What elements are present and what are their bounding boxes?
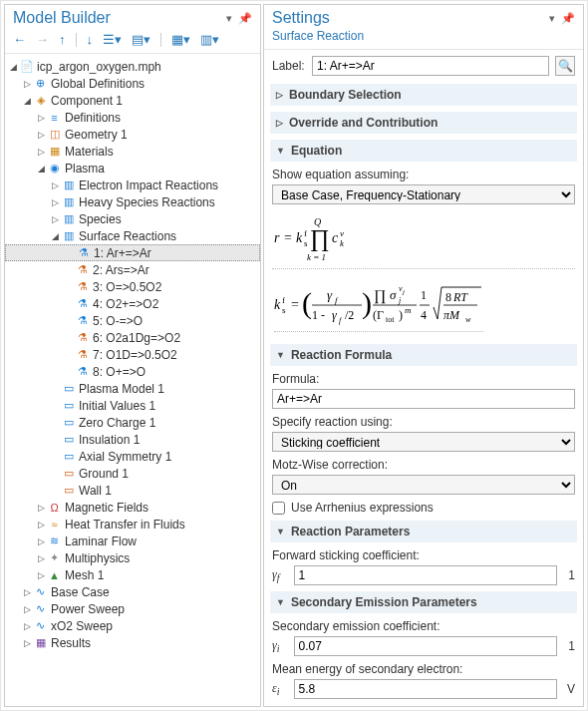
tree-item-icon: ▭ bbox=[61, 450, 76, 464]
section-secondary[interactable]: ▼ Secondary Emission Parameters bbox=[270, 591, 577, 613]
tree-item-icon: ▭ bbox=[61, 399, 76, 413]
caret-icon[interactable]: ▷ bbox=[35, 130, 47, 140]
label-input[interactable] bbox=[312, 56, 549, 76]
tree-reaction-5[interactable]: ⚗5: O-=>O bbox=[5, 312, 260, 329]
tree-item-icon: ◈ bbox=[33, 94, 48, 108]
tree-item-icon: ▭ bbox=[61, 382, 76, 396]
motz-select[interactable]: On bbox=[272, 475, 575, 495]
tree-reaction-2[interactable]: ⚗2: Ars=>Ar bbox=[5, 261, 260, 278]
tree-reaction-8[interactable]: ⚗8: O+=>O bbox=[5, 363, 260, 380]
caret-icon[interactable]: ▷ bbox=[35, 147, 47, 157]
sort-button[interactable]: ▥▾ bbox=[200, 32, 219, 47]
tree-reaction-3[interactable]: ⚗3: O=>0.5O2 bbox=[5, 278, 260, 295]
goto-source-button[interactable]: 🔍 bbox=[555, 56, 575, 76]
tree-reaction-4[interactable]: ⚗4: O2+=>O2 bbox=[5, 295, 260, 312]
tree-initial-values[interactable]: ▭Initial Values 1 bbox=[5, 397, 260, 414]
section-boundary[interactable]: ▷ Boundary Selection bbox=[270, 84, 577, 106]
tree-base-case[interactable]: ▷∿Base Case bbox=[5, 583, 260, 600]
caret-icon[interactable]: ▷ bbox=[49, 197, 61, 207]
tree-item-icon: ∿ bbox=[33, 585, 48, 599]
specify-select[interactable]: Sticking coefficient bbox=[272, 432, 575, 452]
caret-icon[interactable]: ▷ bbox=[21, 604, 33, 614]
tree-results[interactable]: ▷▦Results bbox=[5, 634, 260, 651]
tree-multiphysics[interactable]: ▷✦Multiphysics bbox=[5, 549, 260, 566]
pin-icon[interactable]: 📌 bbox=[561, 12, 575, 25]
caret-icon[interactable]: ▷ bbox=[35, 553, 47, 563]
caret-icon[interactable]: ▷ bbox=[35, 113, 47, 123]
back-button[interactable]: ← bbox=[13, 32, 26, 47]
svg-text:c: c bbox=[332, 230, 339, 245]
menu-icon[interactable]: ▾ bbox=[226, 12, 232, 25]
tree-definitions[interactable]: ▷≡Definitions bbox=[5, 109, 260, 126]
tree-plasma-model-1[interactable]: ▭Plasma Model 1 bbox=[5, 380, 260, 397]
caret-icon[interactable]: ◢ bbox=[21, 96, 33, 106]
tree-xo2-sweep[interactable]: ▷∿xO2 Sweep bbox=[5, 617, 260, 634]
svg-text:γ: γ bbox=[332, 308, 337, 322]
tree-mesh[interactable]: ▷▲Mesh 1 bbox=[5, 566, 260, 583]
tree-species[interactable]: ▷▥Species bbox=[5, 210, 260, 227]
settings-subtitle: Surface Reaction bbox=[264, 29, 583, 50]
tree-root-file[interactable]: ◢📄icp_argon_oxygen.mph bbox=[5, 58, 260, 75]
caret-icon[interactable]: ▷ bbox=[21, 638, 33, 648]
tree-wall[interactable]: ▭Wall 1 bbox=[5, 482, 260, 499]
tree-power-sweep[interactable]: ▷∿Power Sweep bbox=[5, 600, 260, 617]
tree-surface-reactions[interactable]: ◢▥Surface Reactions bbox=[5, 227, 260, 244]
section-override[interactable]: ▷ Override and Contribution bbox=[270, 112, 577, 134]
tree-heavy-species[interactable]: ▷▥Heavy Species Reactions bbox=[5, 193, 260, 210]
caret-icon[interactable]: ◢ bbox=[7, 62, 19, 72]
tree-ground[interactable]: ▭Ground 1 bbox=[5, 465, 260, 482]
mean-energy-input[interactable] bbox=[294, 679, 557, 699]
show-button[interactable]: ▤▾ bbox=[132, 32, 150, 47]
formula-input[interactable] bbox=[272, 389, 575, 409]
tree-item-icon: ▭ bbox=[61, 416, 76, 430]
model-tree[interactable]: ◢📄icp_argon_oxygen.mph▷⊕Global Definitio… bbox=[5, 54, 260, 706]
tree-insulation[interactable]: ▭Insulation 1 bbox=[5, 431, 260, 448]
tree-materials[interactable]: ▷▦Materials bbox=[5, 143, 260, 160]
tree-item-icon: ▭ bbox=[61, 484, 76, 498]
caret-icon[interactable]: ▷ bbox=[49, 180, 61, 190]
forward-button[interactable]: → bbox=[36, 32, 49, 47]
caret-icon[interactable]: ▷ bbox=[21, 587, 33, 597]
tree-electron-impact[interactable]: ▷▥Electron Impact Reactions bbox=[5, 177, 260, 193]
fwd-sticking-input[interactable] bbox=[294, 565, 557, 585]
svg-text:1: 1 bbox=[421, 288, 427, 302]
group-button[interactable]: ▦▾ bbox=[171, 32, 190, 47]
up-button[interactable]: ↑ bbox=[59, 32, 66, 47]
tree-reaction-7[interactable]: ⚗7: O1D=>0.5O2 bbox=[5, 346, 260, 363]
tree-geometry-1[interactable]: ▷◫Geometry 1 bbox=[5, 126, 260, 143]
chevron-down-icon: ▼ bbox=[276, 597, 285, 607]
settings-title-bar: Settings ▾ 📌 bbox=[264, 5, 583, 29]
collapse-all-button[interactable]: ☰▾ bbox=[103, 32, 122, 47]
menu-icon[interactable]: ▾ bbox=[549, 12, 555, 25]
tree-heat-transfer[interactable]: ▷≈Heat Transfer in Fluids bbox=[5, 516, 260, 533]
tree-item-icon: ⚗ bbox=[75, 348, 90, 362]
section-equation[interactable]: ▼ Equation bbox=[270, 140, 577, 162]
caret-icon[interactable]: ◢ bbox=[35, 164, 47, 174]
tree-reaction-6[interactable]: ⚗6: O2a1Dg=>O2 bbox=[5, 329, 260, 346]
caret-icon[interactable]: ▷ bbox=[21, 621, 33, 631]
caret-icon[interactable]: ▷ bbox=[35, 503, 47, 513]
tree-zero-charge[interactable]: ▭Zero Charge 1 bbox=[5, 414, 260, 431]
section-reaction-formula[interactable]: ▼ Reaction Formula bbox=[270, 344, 577, 366]
tree-component-1[interactable]: ◢◈Component 1 bbox=[5, 92, 260, 109]
caret-icon[interactable]: ▷ bbox=[35, 536, 47, 546]
tree-axial-symmetry[interactable]: ▭Axial Symmetry 1 bbox=[5, 448, 260, 465]
tree-plasma[interactable]: ◢◉Plasma bbox=[5, 160, 260, 177]
show-eq-select[interactable]: Base Case, Frequency-Stationary bbox=[272, 184, 575, 204]
pin-icon[interactable]: 📌 bbox=[238, 12, 252, 25]
tree-reaction-1[interactable]: ⚗1: Ar+=>Ar bbox=[5, 244, 260, 261]
tree-item-icon: ✦ bbox=[47, 551, 62, 565]
caret-icon[interactable]: ▷ bbox=[35, 570, 47, 580]
caret-icon[interactable]: ▷ bbox=[35, 520, 47, 530]
caret-icon[interactable]: ◢ bbox=[49, 231, 61, 241]
fwd-unit: 1 bbox=[563, 568, 575, 582]
expand-button[interactable]: ↓ bbox=[87, 32, 94, 47]
arrhenius-checkbox[interactable] bbox=[272, 502, 285, 515]
tree-magnetic-fields[interactable]: ▷ΩMagnetic Fields bbox=[5, 499, 260, 516]
tree-global-defs[interactable]: ▷⊕Global Definitions bbox=[5, 75, 260, 92]
tree-laminar-flow[interactable]: ▷≋Laminar Flow bbox=[5, 533, 260, 549]
secondary-coef-input[interactable] bbox=[294, 636, 557, 656]
caret-icon[interactable]: ▷ bbox=[49, 214, 61, 224]
section-reaction-params[interactable]: ▼ Reaction Parameters bbox=[270, 521, 577, 542]
caret-icon[interactable]: ▷ bbox=[21, 79, 33, 89]
